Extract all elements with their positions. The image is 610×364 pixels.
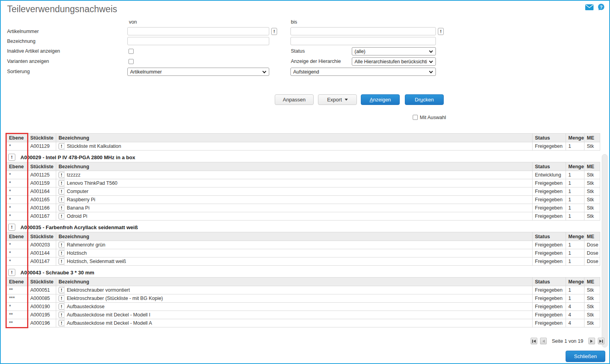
cell-ebene: * [7, 257, 28, 266]
anpassen-button[interactable]: Anpassen [275, 94, 314, 105]
status-select-value: (alle) [355, 49, 366, 54]
sortierung-select-value: Artikelnummer [130, 69, 162, 75]
pagination-prev-button[interactable] [540, 338, 547, 344]
bezeichnung-bis-input[interactable] [290, 37, 436, 45]
schliessen-button[interactable]: Schließen [566, 351, 605, 362]
cell-menge: 4 [566, 303, 584, 311]
artikelnummer-von-lookup-button[interactable]: ! [271, 28, 277, 35]
page-title: Teileverwendungsnachweis [7, 4, 117, 15]
sortierung-select[interactable]: Artikelnummer [127, 68, 269, 76]
cell-stueckliste: A000085 [28, 294, 56, 303]
sortierung-label: Sortierung [7, 69, 30, 74]
status-select[interactable]: (alle) [352, 47, 436, 55]
cell-bezeichnung: Computer [64, 188, 533, 196]
pagination-first-button[interactable] [531, 338, 537, 344]
table-row: *A001166!Banana PiFreigegeben1Stk [7, 204, 600, 212]
cell-ebene: *** [7, 294, 28, 303]
cell-me: Stk [584, 311, 600, 319]
vertical-scrollbar[interactable] [602, 154, 608, 347]
pagination-last-button[interactable] [598, 338, 604, 344]
artikelnummer-bis-input[interactable] [290, 27, 436, 35]
col-ebene: Ebene [7, 134, 28, 142]
cell-info: ! [56, 196, 64, 204]
cell-info: ! [56, 311, 64, 319]
col-stueckliste: Stückliste [28, 134, 56, 142]
sortierrichtung-select[interactable]: Aufsteigend [290, 68, 436, 76]
info-button[interactable]: ! [59, 312, 64, 318]
cell-ebene: ** [7, 311, 28, 319]
cell-me: Stk [584, 212, 600, 221]
anzeigen-button[interactable]: Anzeigen [361, 94, 400, 105]
info-button[interactable]: ! [59, 303, 64, 310]
info-button[interactable]: ! [8, 224, 15, 231]
table-row: ***A000085!Elektroschrauber (Stückliste … [7, 294, 600, 303]
artikelnummer-bis-lookup-button[interactable]: ! [438, 28, 444, 35]
artikelnummer-von-input[interactable] [127, 27, 269, 35]
cell-stueckliste: A000190 [28, 303, 56, 311]
col-bezeichnung: Bezeichnung [56, 232, 533, 241]
results-area: EbeneStücklisteBezeichnungStatusMengeME*… [6, 133, 600, 327]
cell-info: ! [56, 204, 64, 212]
cell-info: ! [56, 294, 64, 303]
chevron-down-icon [429, 49, 433, 53]
col-ebene: Ebene [7, 232, 28, 241]
info-button[interactable]: ! [59, 172, 64, 178]
info-button[interactable]: ! [8, 269, 15, 276]
cell-stueckliste: A001144 [28, 249, 56, 257]
col-status: Status [533, 162, 566, 171]
cell-status: Freigegeben [533, 212, 566, 221]
cell-status: Freigegeben [533, 319, 566, 327]
info-button[interactable]: ! [59, 287, 64, 293]
info-button[interactable]: ! [59, 213, 64, 219]
varianten-checkbox[interactable] [129, 59, 134, 64]
bezeichnung-von-input[interactable] [127, 37, 269, 45]
info-button[interactable]: ! [59, 242, 64, 248]
cell-me: Dose [584, 257, 600, 266]
cell-status: Freigegeben [533, 249, 566, 257]
drucken-button[interactable]: Drucken [405, 94, 444, 105]
pagination-next-button[interactable] [588, 338, 595, 344]
cell-ebene: ** [7, 319, 28, 327]
cell-bezeichnung: Aufbausteckdose mit Deckel - Modell A [64, 319, 533, 327]
cell-me: Stk [584, 204, 600, 212]
hierarchie-select[interactable]: Alle Hierarchiestufen berücksichtige [352, 57, 436, 66]
cell-status: Freigegeben [533, 294, 566, 303]
info-button[interactable]: ! [59, 180, 64, 186]
teileverwendungsnachweis-window: Teileverwendungsnachweis ? von bis Artik… [0, 0, 610, 364]
info-button[interactable]: ! [59, 250, 64, 256]
cell-stueckliste: A000195 [28, 311, 56, 319]
col-me: ME [584, 232, 600, 241]
cell-menge: 1 [566, 204, 584, 212]
info-button[interactable]: ! [59, 197, 64, 203]
help-icon[interactable]: ? [597, 4, 605, 13]
col-menge: Menge [566, 278, 584, 286]
table-row: *A001167!Odroid PiFreigegeben1Stk [7, 212, 600, 221]
mit-auswahl-label: Mit Auswahl [420, 115, 446, 120]
cell-ebene: * [7, 241, 28, 249]
inaktive-artikel-label: Inaktive Artikel anzeigen [7, 48, 60, 54]
mail-icon[interactable] [585, 4, 593, 12]
cell-status: Freigegeben [533, 142, 566, 151]
group-header: !A000035 - Farbenfroh Acryllack seidenma… [8, 224, 600, 231]
export-button[interactable]: Export [318, 94, 357, 105]
info-button[interactable]: ! [59, 320, 64, 326]
inaktive-artikel-checkbox[interactable] [129, 49, 134, 54]
cell-stueckliste: A001165 [28, 196, 56, 204]
table-header-row: EbeneStücklisteBezeichnungStatusMengeME [7, 162, 600, 171]
cell-stueckliste: A000051 [28, 286, 56, 294]
info-button[interactable]: ! [59, 143, 64, 149]
info-button[interactable]: ! [8, 154, 15, 161]
info-button[interactable]: ! [59, 258, 64, 265]
table-row: *A000203!Rahmenrohr grünFreigegeben1Dose [7, 241, 600, 249]
pagination: Seite 1 von 19 [531, 338, 604, 344]
col-status: Status [533, 278, 566, 286]
cell-ebene: * [7, 142, 28, 151]
cell-ebene: * [7, 171, 28, 179]
info-button[interactable]: ! [59, 295, 64, 301]
cell-stueckliste: A000203 [28, 241, 56, 249]
cell-bezeichnung: Banana Pi [64, 204, 533, 212]
info-button[interactable]: ! [59, 188, 64, 195]
mit-auswahl-checkbox[interactable] [413, 115, 418, 120]
info-button[interactable]: ! [59, 205, 64, 211]
pagination-label: Seite 1 von 19 [552, 338, 583, 344]
